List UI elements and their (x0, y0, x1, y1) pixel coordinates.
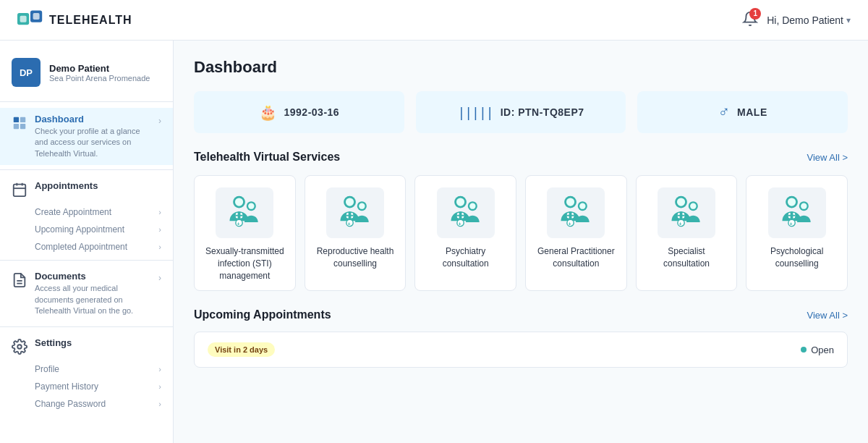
psychiatry-label: Psychiatry consultation (424, 245, 507, 270)
service-card-specialist[interactable]: + Specialist consultation (636, 175, 738, 291)
svg-point-36 (469, 203, 475, 208)
user-menu[interactable]: Hi, Demo Patient ▾ (767, 14, 851, 26)
appointment-row: Visit in 2 days Open (194, 332, 848, 368)
upcoming-appointment-chevron: › (158, 225, 161, 234)
sti-label: Sexually-transmitted infection (STI) man… (203, 245, 286, 282)
svg-point-45 (579, 203, 585, 208)
svg-point-14 (17, 345, 22, 350)
sidebar-subitem-create-appointment[interactable]: Create Appointment › (0, 203, 173, 221)
psychological-doctor-icon: + (777, 193, 817, 233)
dob-value: 1992-03-16 (284, 106, 340, 118)
documents-nav-desc: Access all your medical documents genera… (35, 283, 151, 316)
gender-value: MALE (737, 106, 767, 118)
settings-nav-content: Settings (35, 337, 161, 348)
svg-rect-3 (33, 13, 40, 20)
top-navigation: TELEHEALTH 1 Hi, Demo Patient ▾ (0, 0, 868, 41)
settings-nav-label: Settings (35, 337, 161, 348)
profile-info: Demo Patient Sea Point Arena Promenade (49, 63, 150, 83)
service-card-psychological[interactable]: + Psychological counselling (746, 175, 848, 291)
appointments-nav-content: Appointments (35, 180, 161, 191)
service-card-sti[interactable]: + Sexually-transmitted infection (STI) m… (194, 175, 296, 291)
change-password-label: Change Password (35, 399, 106, 409)
dashboard-nav-content: Dashboard Check your profile at a glance… (35, 114, 151, 159)
logo-icon (17, 10, 43, 30)
appointments-nav-label: Appointments (35, 180, 161, 191)
svg-text:+: + (679, 222, 682, 227)
svg-rect-7 (20, 124, 25, 129)
appointment-status-text: Open (811, 345, 834, 355)
reproductive-label: Reproductive health counselling (314, 245, 397, 270)
completed-appointment-label: Completed Appointment (35, 242, 127, 252)
logo[interactable]: TELEHEALTH (17, 10, 132, 30)
svg-point-27 (359, 203, 365, 208)
sidebar-subitem-payment[interactable]: Payment History › (0, 378, 173, 395)
svg-point-25 (346, 198, 354, 206)
services-view-all[interactable]: View All > (807, 152, 848, 163)
service-card-psychiatry[interactable]: + Psychiatry consultation (414, 175, 516, 291)
notification-bell[interactable]: 1 (742, 11, 758, 30)
dashboard-chevron-icon: › (158, 116, 161, 126)
sidebar-profile: DP Demo Patient Sea Point Arena Promenad… (0, 52, 173, 102)
appointments-icon (12, 182, 27, 198)
barcode-icon: ||||| (457, 105, 493, 120)
svg-point-63 (801, 203, 807, 208)
service-card-reproductive[interactable]: + Reproductive health counselling (305, 175, 407, 291)
svg-point-16 (235, 198, 243, 206)
svg-text:+: + (237, 222, 240, 227)
avatar: DP (12, 58, 41, 87)
psychiatry-doctor-icon: + (446, 193, 486, 233)
gp-doctor-icon: + (556, 193, 596, 233)
svg-point-54 (690, 203, 696, 208)
sidebar-subitem-profile[interactable]: Profile › (0, 360, 173, 378)
sti-doctor-icon: + (224, 193, 265, 233)
svg-text:+: + (789, 222, 792, 227)
payment-subitem-label: Payment History (35, 381, 98, 392)
svg-rect-66 (788, 215, 795, 216)
service-card-gp[interactable]: + General Practitioner consultation (525, 175, 627, 291)
sidebar-item-appointments[interactable]: Appointments (0, 174, 173, 203)
settings-icon (12, 339, 27, 355)
documents-icon (12, 272, 27, 288)
services-title: Telehealth Virtual Services (194, 151, 340, 164)
documents-chevron-icon: › (158, 273, 161, 283)
svg-rect-4 (14, 117, 19, 122)
nav-divider-3 (0, 326, 173, 327)
gp-icon-wrapper: + (547, 187, 605, 238)
sidebar-subitem-completed-appointment[interactable]: Completed Appointment › (0, 238, 173, 256)
svg-text:+: + (569, 222, 571, 227)
reproductive-icon-wrapper: + (326, 187, 384, 238)
service-cards-grid: + Sexually-transmitted infection (STI) m… (194, 175, 848, 291)
sidebar-subitem-upcoming-appointment[interactable]: Upcoming Appointment › (0, 221, 173, 238)
svg-text:+: + (458, 222, 461, 227)
svg-text:+: + (348, 222, 351, 227)
profile-name: Demo Patient (49, 63, 150, 74)
sidebar-subitem-change-password[interactable]: Change Password › (0, 395, 173, 413)
dob-card: 🎂 1992-03-16 (194, 91, 404, 133)
svg-rect-39 (457, 215, 464, 216)
appointments-title: Upcoming Appointments (194, 308, 331, 321)
reproductive-doctor-icon: + (335, 193, 375, 233)
upcoming-appointment-label: Upcoming Appointment (35, 224, 124, 235)
svg-point-43 (566, 198, 574, 206)
app-layout: DP Demo Patient Sea Point Arena Promenad… (0, 41, 868, 443)
sidebar-item-dashboard[interactable]: Dashboard Check your profile at a glance… (0, 108, 173, 165)
dashboard-nav-label: Dashboard (35, 114, 151, 125)
specialist-doctor-icon: + (666, 193, 707, 233)
svg-rect-6 (14, 124, 19, 129)
appointments-view-all[interactable]: View All > (807, 310, 848, 321)
profile-location: Sea Point Arena Promenade (49, 74, 150, 83)
appointment-status: Open (801, 345, 834, 355)
appointment-badge: Visit in 2 days (208, 342, 275, 357)
profile-subitem-chevron: › (158, 365, 161, 374)
sidebar-item-settings[interactable]: Settings (0, 332, 173, 360)
create-appointment-chevron: › (158, 208, 161, 216)
svg-rect-30 (346, 215, 353, 216)
completed-appointment-chevron: › (158, 242, 161, 251)
chevron-down-icon: ▾ (846, 15, 851, 25)
sidebar-item-documents[interactable]: Documents Access all your medical docume… (0, 265, 173, 322)
topnav-right: 1 Hi, Demo Patient ▾ (742, 11, 851, 30)
patient-id-value: ID: PTN-TQ8EP7 (501, 106, 584, 118)
sti-icon-wrapper: + (216, 187, 273, 238)
svg-rect-5 (20, 117, 25, 122)
payment-subitem-chevron: › (158, 382, 161, 391)
